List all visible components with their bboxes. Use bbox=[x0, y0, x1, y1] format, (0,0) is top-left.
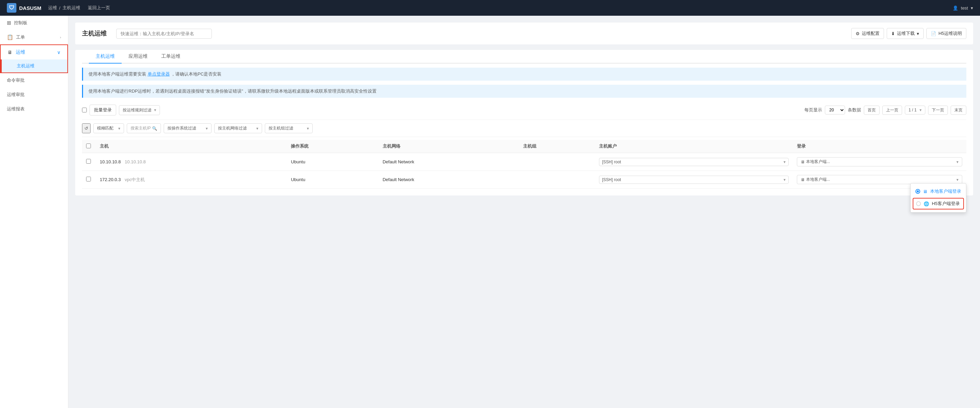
host-ip-search[interactable]: 搜索主机IP 🔍 bbox=[127, 123, 161, 133]
page-header: 主机运维 ⚙ 运维配置 ⬇ 运维下载 ▾ 📄 H5运维说明 bbox=[75, 22, 973, 45]
sidebar-item-workorder[interactable]: 📋 工单 › bbox=[0, 30, 68, 45]
last-page-button[interactable]: 末页 bbox=[951, 105, 966, 115]
network-filter[interactable]: 按主机网络过滤 ▾ bbox=[214, 123, 262, 133]
h5-ops-doc-button[interactable]: 📄 H5运维说明 bbox=[926, 28, 966, 39]
user-icon: 👤 bbox=[953, 5, 958, 11]
app-logo: 🛡 DASUSM bbox=[7, 3, 41, 13]
tabs: 主机运维 应用运维 工单运维 bbox=[82, 50, 966, 64]
row1-checkbox[interactable] bbox=[86, 159, 91, 164]
single-sign-on-link[interactable]: 单点登录器 bbox=[148, 72, 170, 76]
login-option-local[interactable]: 🖥 本地客户端登录 bbox=[911, 186, 966, 197]
download-icon: ⬇ bbox=[891, 31, 895, 36]
sidebar-item-dashboard[interactable]: ⊞ 控制板 bbox=[0, 16, 68, 30]
row1-os: Ubuntu bbox=[287, 153, 378, 171]
user-menu[interactable]: 👤 test ▾ bbox=[953, 5, 973, 11]
select-all-checkbox[interactable] bbox=[82, 108, 87, 112]
login-dropdown-arrow: ▾ bbox=[956, 177, 958, 182]
globe-icon-option: 🌐 bbox=[924, 201, 929, 206]
alert-banner-2: 使用本地客户端进行RDP运维时，若遇到远程桌面连接报错"发生身份验证错误"，请联… bbox=[82, 85, 966, 98]
tab-host-ops[interactable]: 主机运维 bbox=[89, 50, 122, 64]
col-host: 主机 bbox=[95, 140, 287, 153]
refresh-button[interactable]: ↺ bbox=[82, 123, 91, 133]
sidebar-label-workorder: 工单 bbox=[16, 34, 25, 40]
filter-arrow-icon: ▾ bbox=[154, 108, 156, 112]
logo-icon: 🛡 bbox=[7, 3, 16, 13]
sidebar-label-host-ops: 主机运维 bbox=[17, 63, 35, 69]
login-dropdown-popup: 🖥 本地客户端登录 🌐 H5客户端登录 bbox=[910, 183, 966, 212]
hosts-table: 主机 操作系统 主机网络 主机组 主机账户 登录 10.10.10.8 bbox=[82, 140, 966, 189]
main-content: 主机运维 ⚙ 运维配置 ⬇ 运维下载 ▾ 📄 H5运维说明 bbox=[68, 16, 980, 408]
first-page-button[interactable]: 首页 bbox=[864, 105, 880, 115]
pagination-controls: 每页显示 20 50 100 条数据 首页 上一页 1 / 1 ▾ 下一页 末页 bbox=[804, 105, 966, 115]
group-filter[interactable]: 按主机组过滤 ▾ bbox=[265, 123, 313, 133]
sidebar-label-ops: 运维 bbox=[16, 49, 25, 55]
account-dropdown-arrow: ▾ bbox=[784, 177, 786, 182]
row1-network: Default Network bbox=[379, 153, 519, 171]
row2-group bbox=[519, 171, 595, 189]
table-select-all[interactable] bbox=[86, 143, 91, 148]
radio-local-checked bbox=[915, 189, 920, 194]
table-row: 10.10.10.8 10.10.10.8 Ubuntu Default Net… bbox=[82, 153, 966, 171]
tab-workorder-ops[interactable]: 工单运维 bbox=[154, 50, 187, 64]
back-link[interactable]: 返回上一页 bbox=[88, 5, 110, 11]
sidebar-ops-group: 🖥 运维 ∨ 主机运维 bbox=[0, 45, 68, 73]
user-dropdown-arrow: ▾ bbox=[971, 5, 973, 11]
match-mode-filter[interactable]: 模糊匹配 ▾ bbox=[93, 123, 124, 133]
sidebar-item-ops-report[interactable]: 运维报表 bbox=[0, 102, 68, 116]
sidebar-label-ops-report: 运维报表 bbox=[7, 106, 25, 112]
ops-icon: 🖥 bbox=[8, 49, 12, 55]
workorder-icon: 📋 bbox=[7, 34, 13, 40]
row2-account-select[interactable]: [SSH] root ▾ bbox=[599, 175, 789, 184]
account-dropdown-arrow: ▾ bbox=[784, 159, 786, 164]
login-option-h5-wrapper: 🌐 H5客户端登录 bbox=[913, 198, 964, 209]
alert-banner-1: 使用本地客户端运维需要安装 单点登录器 ，请确认本地PC是否安装 bbox=[82, 68, 966, 81]
row2-login-btn[interactable]: 🖥 本地客户端... ▾ bbox=[797, 175, 962, 184]
filter-row: ↺ 模糊匹配 ▾ 搜索主机IP 🔍 按操作系统过滤 ▾ 按主机网络过滤 ▾ bbox=[82, 120, 966, 137]
monitor-icon: 🖥 bbox=[800, 159, 805, 164]
row1-account-select[interactable]: [SSH] root ▾ bbox=[599, 158, 789, 166]
tab-app-ops[interactable]: 应用运维 bbox=[122, 50, 154, 64]
row2-host: 172.20.0.3 vpc中主机 bbox=[95, 171, 287, 189]
row2-os: Ubuntu bbox=[287, 171, 378, 189]
row2-network: Default Network bbox=[379, 171, 519, 189]
page-title: 主机运维 bbox=[82, 29, 107, 38]
sidebar-label-command-approval: 命令审批 bbox=[7, 77, 25, 83]
prev-page-button[interactable]: 上一页 bbox=[882, 105, 902, 115]
batch-login-button[interactable]: 批量登录 bbox=[89, 105, 116, 115]
col-network: 主机网络 bbox=[379, 140, 519, 153]
quick-search-input[interactable] bbox=[116, 29, 212, 38]
ops-config-button[interactable]: ⚙ 运维配置 bbox=[851, 28, 884, 39]
row1-login-btn[interactable]: 🖥 本地客户端... ▾ bbox=[797, 157, 962, 166]
row2-checkbox[interactable] bbox=[86, 177, 91, 182]
next-page-button[interactable]: 下一页 bbox=[928, 105, 948, 115]
page-size-select[interactable]: 20 50 100 bbox=[825, 105, 845, 115]
ops-rule-filter[interactable]: 按运维规则过滤 ▾ bbox=[119, 105, 160, 115]
col-login: 登录 bbox=[793, 140, 966, 153]
os-filter[interactable]: 按操作系统过滤 ▾ bbox=[164, 123, 212, 133]
doc-icon: 📄 bbox=[931, 31, 936, 36]
ops-download-button[interactable]: ⬇ 运维下载 ▾ bbox=[887, 28, 924, 39]
col-account: 主机账户 bbox=[595, 140, 793, 153]
radio-h5-unchecked bbox=[916, 201, 921, 206]
row2-account: [SSH] root ▾ bbox=[595, 171, 793, 189]
table-row: 172.20.0.3 vpc中主机 Ubuntu Default Network… bbox=[82, 171, 966, 189]
sidebar-label-dashboard: 控制板 bbox=[14, 20, 27, 26]
username: test bbox=[961, 5, 968, 11]
search-icon: 🔍 bbox=[152, 126, 157, 131]
col-os: 操作系统 bbox=[287, 140, 378, 153]
row1-login: 🖥 本地客户端... ▾ bbox=[793, 153, 966, 171]
sidebar-item-command-approval[interactable]: 命令审批 bbox=[0, 73, 68, 88]
sidebar-item-ops-approval[interactable]: 运维审批 bbox=[0, 88, 68, 102]
breadcrumb-host-ops[interactable]: 主机运维 bbox=[62, 5, 80, 11]
sidebar-item-ops[interactable]: 🖥 运维 ∨ bbox=[1, 45, 67, 59]
sidebar-item-host-ops[interactable]: 主机运维 bbox=[1, 59, 67, 72]
page-number-selector[interactable]: 1 / 1 ▾ bbox=[905, 105, 925, 115]
login-option-h5[interactable]: 🌐 H5客户端登录 bbox=[916, 201, 961, 207]
row1-account: [SSH] root ▾ bbox=[595, 153, 793, 171]
col-group: 主机组 bbox=[519, 140, 595, 153]
sidebar: ⊞ 控制板 📋 工单 › 🖥 运维 ∨ 主机运维 命令审批 运维审批 bbox=[0, 16, 68, 408]
breadcrumb-ops[interactable]: 运维 bbox=[48, 5, 57, 11]
row1-host: 10.10.10.8 10.10.10.8 bbox=[95, 153, 287, 171]
gear-icon: ⚙ bbox=[856, 31, 860, 36]
download-arrow-icon: ▾ bbox=[917, 31, 919, 36]
